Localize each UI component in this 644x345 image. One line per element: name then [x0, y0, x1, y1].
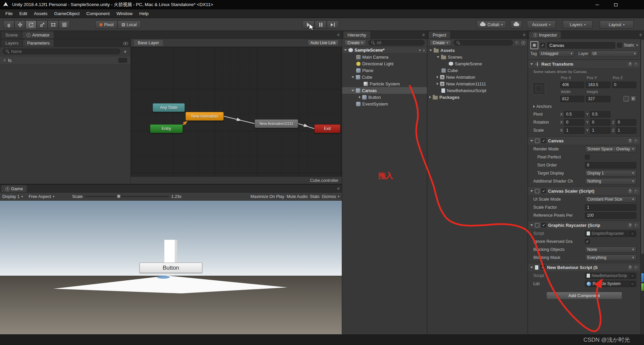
hierarchy-item-canvas[interactable]: Canvas: [342, 87, 427, 94]
menu-file[interactable]: File: [2, 11, 16, 16]
project-item-cube-controller[interactable]: Cube: [427, 67, 528, 74]
foldout-closed-icon[interactable]: [437, 76, 438, 78]
ignore-reversed-checkbox[interactable]: ✓: [585, 239, 590, 244]
state-node-new-animation[interactable]: New Animation: [185, 112, 224, 121]
scrollbar-thumb[interactable]: [641, 40, 644, 254]
tab-inspector[interactable]: Inspector: [529, 31, 561, 39]
aspect-dropdown[interactable]: Free Aspect▾: [29, 194, 54, 199]
menu-component[interactable]: Component: [83, 11, 113, 16]
hierarchy-item-main-camera[interactable]: Main Camera: [342, 54, 427, 60]
target-display-dropdown[interactable]: Display 1▾: [585, 170, 636, 177]
blueprint-mode-button[interactable]: [624, 96, 629, 101]
foldout-open-icon[interactable]: [352, 76, 354, 78]
restore-button[interactable]: [606, 0, 625, 9]
hierarchy-item-particle-system[interactable]: Particle System: [342, 80, 427, 87]
help-icon[interactable]: ?: [628, 223, 632, 227]
foldout-open-icon[interactable]: [530, 267, 533, 268]
static-checkbox[interactable]: [617, 43, 622, 48]
hierarchy-item-plane[interactable]: Plane: [342, 67, 427, 74]
rotation-x-field[interactable]: 0: [564, 119, 585, 126]
stats-toggle[interactable]: Stats: [310, 194, 320, 199]
eye-icon[interactable]: [123, 42, 128, 45]
gear-icon[interactable]: [634, 189, 638, 193]
additional-shader-dropdown[interactable]: Nothing▾: [585, 178, 636, 185]
gizmos-dropdown[interactable]: Gizmos▾: [322, 194, 339, 199]
foldout-closed-icon[interactable]: [429, 96, 431, 98]
project-item-samplescene[interactable]: SampleScene: [427, 60, 528, 67]
ui-button[interactable]: Button: [140, 263, 202, 273]
foldout-open-icon[interactable]: [530, 224, 533, 226]
menu-assets[interactable]: Assets: [31, 11, 51, 16]
canvas-header[interactable]: ✓ Canvas ?: [528, 136, 640, 145]
step-button[interactable]: [327, 20, 339, 29]
script-object-field[interactable]: NewBehaviourScrip⊙: [585, 273, 636, 279]
foldout-open-icon[interactable]: [429, 50, 432, 51]
graphic-raycaster-header[interactable]: ✓ Graphic Raycaster (Scrip ?: [528, 221, 640, 229]
hierarchy-item-cube[interactable]: Cube: [342, 74, 427, 80]
help-icon[interactable]: ?: [628, 62, 632, 66]
pos-z-field[interactable]: 0: [612, 82, 636, 88]
script-enabled-checkbox[interactable]: ✓: [540, 265, 545, 270]
blocking-objects-dropdown[interactable]: None▾: [585, 247, 636, 253]
pos-x-field[interactable]: 406: [560, 82, 584, 88]
project-item-assets[interactable]: Assets: [427, 47, 528, 54]
active-checkbox[interactable]: ✓: [540, 43, 545, 48]
foldout-closed-icon[interactable]: [437, 82, 438, 85]
panel-menu-icon[interactable]: ≡: [337, 186, 339, 191]
foldout-closed-icon[interactable]: [533, 105, 535, 108]
lizi-object-field[interactable]: Particle System⊙: [585, 281, 636, 287]
scale-slider-thumb[interactable]: [117, 195, 120, 198]
tab-project[interactable]: Project: [429, 31, 450, 39]
menu-edit[interactable]: Edit: [16, 11, 31, 16]
ui-scale-mode-dropdown[interactable]: Constant Pixel Size▾: [585, 196, 636, 203]
object-picker-icon[interactable]: ⊙: [630, 231, 635, 236]
rect-tool-button[interactable]: [48, 20, 59, 29]
account-dropdown[interactable]: Account▾: [527, 20, 556, 29]
gear-icon[interactable]: [634, 62, 638, 66]
gameobject-name-field[interactable]: Canvas: [547, 42, 615, 49]
hierarchy-item-samplescene[interactable]: SampleScene* ▾≡: [342, 47, 427, 54]
state-node-new-animation11111[interactable]: New Animation11111: [255, 119, 298, 128]
hand-tool-button[interactable]: [3, 20, 14, 29]
sort-order-field[interactable]: 0: [585, 162, 636, 168]
panel-menu-icon[interactable]: ≡: [523, 32, 525, 37]
animator-graph[interactable]: Any State New Animation New Animation111…: [131, 47, 342, 177]
raw-edit-mode-button[interactable]: R: [630, 96, 636, 102]
rect-transform-header[interactable]: Rect Transform ?: [528, 60, 640, 68]
project-item-new-animation11111[interactable]: New Animation11111: [427, 80, 528, 87]
blocking-mask-dropdown[interactable]: Everything▾: [585, 255, 636, 261]
tag-dropdown[interactable]: Untagged▾: [538, 51, 575, 57]
foldout-closed-icon[interactable]: [359, 96, 361, 98]
panel-menu-icon[interactable]: ≡: [639, 32, 642, 37]
help-icon[interactable]: ?: [628, 265, 632, 270]
tab-hierarchy[interactable]: Hierarchy: [343, 31, 370, 39]
pixel-perfect-checkbox[interactable]: [585, 155, 590, 159]
scale-slider[interactable]: [85, 196, 169, 197]
gear-icon[interactable]: [634, 266, 638, 269]
rotation-z-field[interactable]: 0: [616, 119, 636, 126]
foldout-open-icon[interactable]: [530, 140, 533, 142]
auto-live-link-button[interactable]: Auto Live Link: [308, 40, 339, 46]
menu-gameobject[interactable]: GameObject: [51, 11, 83, 16]
canvas-scaler-enabled-checkbox[interactable]: ✓: [541, 189, 546, 193]
tab-animator[interactable]: Animator: [22, 31, 54, 39]
breadcrumb-base-layer[interactable]: Base Layer: [134, 40, 163, 46]
foldout-open-icon[interactable]: [530, 63, 533, 65]
render-mode-dropdown[interactable]: Screen Space - Overlay▾: [585, 146, 636, 152]
drag-handle-icon[interactable]: ≡: [3, 58, 6, 63]
add-component-button[interactable]: Add Component: [546, 292, 622, 299]
collab-button[interactable]: Collab▾: [477, 20, 506, 29]
game-viewport[interactable]: Button: [0, 201, 342, 334]
project-item-new-animation[interactable]: New Animation: [427, 74, 528, 80]
project-item-packages[interactable]: Packages: [427, 94, 528, 100]
pos-y-field[interactable]: 163.5: [586, 82, 610, 88]
gear-icon[interactable]: [634, 139, 638, 143]
graphic-raycaster-enabled-checkbox[interactable]: ✓: [541, 223, 546, 227]
gear-icon[interactable]: [634, 223, 638, 227]
state-node-exit[interactable]: Exit: [314, 124, 340, 133]
minimize-button[interactable]: [588, 0, 606, 9]
height-field[interactable]: 327: [586, 96, 610, 102]
rotate-tool-button[interactable]: [25, 20, 37, 29]
static-dropdown-icon[interactable]: ▾: [636, 44, 638, 47]
hierarchy-item-button[interactable]: Button: [342, 94, 427, 100]
